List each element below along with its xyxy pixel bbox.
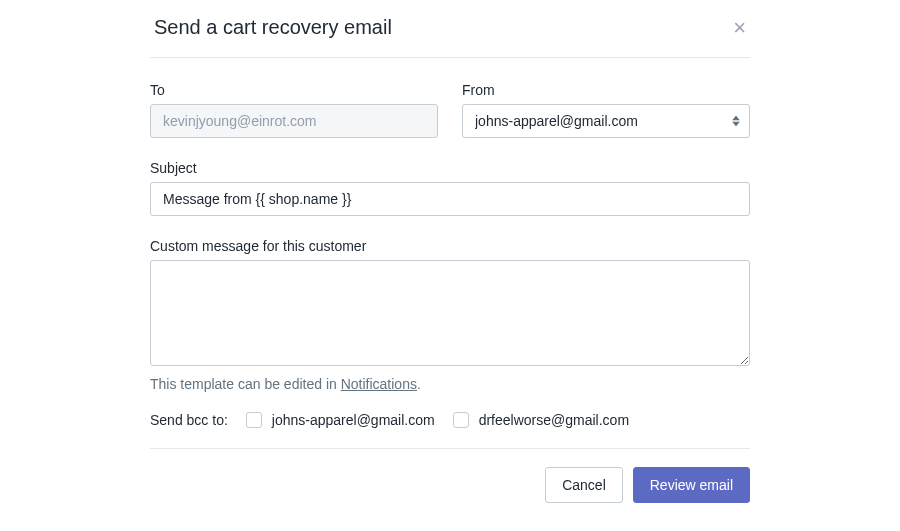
bcc-email-0: johns-apparel@gmail.com [272,412,435,428]
bcc-checkbox-0[interactable] [246,412,262,428]
from-field: From johns-apparel@gmail.com [462,82,750,138]
bcc-row: Send bcc to: johns-apparel@gmail.com drf… [150,412,750,428]
to-from-row: To From johns-apparel@gmail.com [150,82,750,138]
bcc-checkbox-1[interactable] [453,412,469,428]
notifications-link[interactable]: Notifications [341,376,417,392]
cart-recovery-email-modal: Send a cart recovery email × To From joh… [150,0,750,507]
bcc-email-1: drfeelworse@gmail.com [479,412,629,428]
cancel-button[interactable]: Cancel [545,467,623,503]
from-label: From [462,82,750,98]
from-select[interactable]: johns-apparel@gmail.com [462,104,750,138]
close-button[interactable]: × [729,17,750,39]
modal-footer: Cancel Review email [150,467,750,507]
message-textarea[interactable] [150,260,750,366]
to-field: To [150,82,438,138]
review-email-button[interactable]: Review email [633,467,750,503]
helper-text: This template can be edited in Notificat… [150,376,750,392]
to-label: To [150,82,438,98]
bcc-option-0[interactable]: johns-apparel@gmail.com [246,412,435,428]
message-label: Custom message for this customer [150,238,750,254]
to-input [150,104,438,138]
close-icon: × [733,15,746,40]
modal-title: Send a cart recovery email [154,16,392,39]
subject-field: Subject [150,160,750,216]
subject-input[interactable] [150,182,750,216]
footer-divider [150,448,750,449]
from-select-wrap: johns-apparel@gmail.com [462,104,750,138]
bcc-option-1[interactable]: drfeelworse@gmail.com [453,412,629,428]
message-field: Custom message for this customer [150,238,750,366]
subject-label: Subject [150,160,750,176]
helper-suffix: . [417,376,421,392]
helper-prefix: This template can be edited in [150,376,341,392]
bcc-label: Send bcc to: [150,412,228,428]
modal-header: Send a cart recovery email × [150,0,750,58]
